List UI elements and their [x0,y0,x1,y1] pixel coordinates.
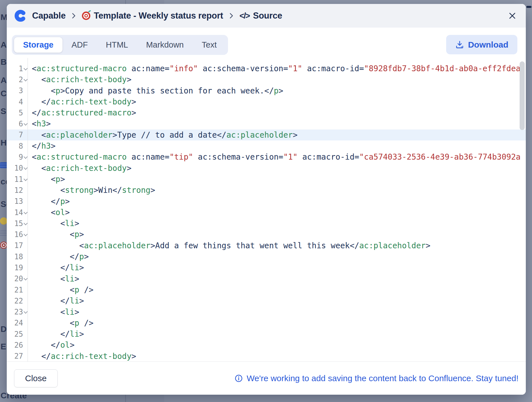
line-gutter: 12 [7,186,28,195]
code-line-24[interactable]: 24 <p /> [7,318,526,329]
fold-chevron-icon[interactable] [24,277,28,281]
close-button[interactable]: Close [14,369,58,387]
code-line-15[interactable]: 15 <li> [7,218,526,229]
fold-chevron-icon[interactable] [24,67,28,71]
line-gutter: 26 [7,341,28,349]
code-text: <ol> [28,207,526,218]
fold-spacer [24,299,28,303]
fold-spacer [24,266,28,270]
code-line-2[interactable]: 2 <ac:rich-text-body> [7,74,526,85]
line-gutter: 13 [7,197,28,206]
code-line-22[interactable]: 22 </li> [7,295,526,306]
background-target-icon [0,242,7,249]
code-text: <p> [28,174,526,185]
line-number: 23 [14,308,23,316]
source-viewer-dialog: Capable Template - Weekly status report … [7,4,526,395]
code-text: <h3> [28,118,526,129]
code-line-10[interactable]: 10 <ac:rich-text-body> [7,163,526,174]
code-line-14[interactable]: 14 <ol> [7,207,526,218]
tab-html[interactable]: HTML [97,37,137,53]
line-number: 2 [19,75,23,84]
code-line-27[interactable]: 27 </ac:rich-text-body> [7,351,526,361]
code-line-25[interactable]: 25 </li> [7,329,526,340]
download-button[interactable]: Download [446,35,517,54]
code-lines: 1<ac:structured-macro ac:name="info" ac:… [7,63,526,361]
fold-chevron-icon[interactable] [24,222,28,225]
code-line-3[interactable]: 3 <p>Copy and paste this section for eac… [7,85,526,96]
fold-chevron-icon[interactable] [24,78,28,82]
vertical-scrollbar-thumb[interactable] [520,61,525,130]
tab-adf[interactable]: ADF [62,37,97,53]
fold-spacer [24,100,28,104]
fold-chevron-icon[interactable] [24,155,28,159]
code-line-13[interactable]: 13 </p> [7,196,526,207]
line-gutter: 6 [7,120,28,128]
breadcrumb-view: Source [253,11,282,21]
line-number: 24 [14,319,23,327]
code-line-20[interactable]: 20 <li> [7,273,526,284]
code-line-17[interactable]: 17 <ac:placeholder>Add a few things that… [7,240,526,251]
line-gutter: 2 [7,75,28,84]
fold-spacer [24,199,28,203]
breadcrumb-app[interactable]: Capable [32,11,66,21]
code-line-9[interactable]: 9<ac:structured-macro ac:name="tip" ac:s… [7,151,526,162]
fold-chevron-icon[interactable] [24,310,28,314]
source-code-editor[interactable]: 1<ac:structured-macro ac:name="info" ac:… [7,58,526,361]
tab-markdown[interactable]: Markdown [137,37,193,53]
code-line-18[interactable]: 18 </p> [7,251,526,262]
code-line-12[interactable]: 12 <strong>Win</strong> [7,185,526,196]
line-gutter: 25 [7,330,28,338]
code-line-4[interactable]: 4 </ac:rich-text-body> [7,96,526,107]
close-icon[interactable] [506,10,518,22]
code-text: </ac:rich-text-body> [28,96,526,107]
code-line-23[interactable]: 23 <li> [7,307,526,318]
background-dash [526,6,531,8]
code-line-16[interactable]: 16 <p> [7,229,526,240]
background-flag-icon [0,162,7,168]
code-text: </ac:structured-macro> [28,107,526,118]
code-text: </li> [28,329,526,340]
line-gutter: 24 [7,319,28,327]
source-code-icon: </> [240,11,250,21]
code-line-7[interactable]: 7 <ac:placeholder>Type // to add a date<… [7,129,526,140]
code-line-1[interactable]: 1<ac:structured-macro ac:name="info" ac:… [7,63,526,74]
line-gutter: 1 [7,64,28,73]
fold-chevron-icon[interactable] [24,233,28,236]
code-text: </h3> [28,140,526,151]
fold-chevron-icon[interactable] [24,122,28,126]
fold-spacer [24,89,28,93]
line-gutter: 14 [7,208,28,217]
line-number: 26 [14,341,23,349]
fold-chevron-icon[interactable] [24,177,28,181]
fold-chevron-icon[interactable] [24,166,28,170]
fold-spacer [24,321,28,325]
code-text: <ac:rich-text-body> [28,74,526,85]
line-number: 1 [19,64,23,73]
fold-spacer [24,255,28,259]
fold-chevron-icon[interactable] [24,211,28,215]
code-line-11[interactable]: 11 <p> [7,174,526,185]
code-text: </ol> [28,340,526,350]
fold-spacer [24,332,28,336]
chevron-right-icon [229,12,234,19]
code-line-19[interactable]: 19 </li> [7,262,526,273]
code-line-5[interactable]: 5</ac:structured-macro> [7,107,526,118]
line-gutter: 22 [7,297,28,305]
tab-text[interactable]: Text [193,37,226,53]
code-text: <li> [28,307,526,318]
code-line-6[interactable]: 6<h3> [7,118,526,129]
code-line-21[interactable]: 21 <p /> [7,284,526,295]
save-notice: We're working to add saving the content … [234,374,518,383]
code-line-8[interactable]: 8</h3> [7,140,526,151]
code-text: <p> [28,229,526,240]
line-number: 15 [14,219,23,228]
breadcrumb-page-title[interactable]: Template - Weekly status report [94,11,223,21]
fold-spacer [24,188,28,192]
code-line-26[interactable]: 26 </ol> [7,340,526,350]
line-gutter: 16 [7,230,28,239]
line-number: 16 [14,230,23,239]
tab-storage[interactable]: Storage [14,37,62,53]
line-gutter: 10 [7,164,28,172]
code-text: <li> [28,273,526,284]
line-number: 17 [14,241,23,250]
